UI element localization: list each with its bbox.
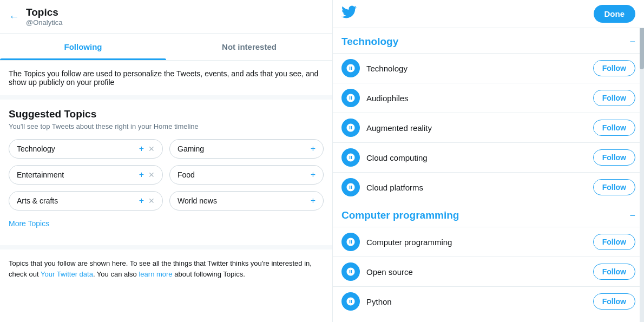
suggested-title: Suggested Topics <box>9 108 324 120</box>
account-handle: @Onalytica <box>26 18 62 27</box>
description-section: The Topics you follow are used to person… <box>0 61 332 100</box>
chip-plus-gaming[interactable]: + <box>311 144 316 154</box>
topic-icon-open-source <box>341 262 360 281</box>
category-section-computer-programming: Computer programming − Computer programm… <box>333 202 644 316</box>
topic-row-left-audiophiles: Audiophiles <box>341 89 409 107</box>
left-panel: ← Topics @Onalytica Following Not intere… <box>0 0 333 322</box>
suggested-section: Suggested Topics You'll see top Tweets a… <box>0 100 332 236</box>
topic-row-left-augmented-reality: Augmented reality <box>341 119 432 137</box>
topic-row-computer-programming: Computer programming Follow <box>333 227 644 257</box>
description-text: The Topics you follow are used to person… <box>9 69 318 87</box>
topic-icon-python <box>341 292 360 311</box>
topic-name-cloud-computing: Cloud computing <box>366 153 428 162</box>
topic-row-audiophiles: Audiophiles Follow <box>333 83 644 113</box>
footer-section: Topics that you follow are shown here. T… <box>0 245 332 288</box>
follow-button-python[interactable]: Follow <box>593 293 635 310</box>
topic-row-left-technology: Technology <box>341 59 408 77</box>
right-header: Done <box>333 0 644 28</box>
topic-icon-computer-programming <box>341 233 360 251</box>
header-title-block: Topics @Onalytica <box>26 6 62 27</box>
topic-name-technology: Technology <box>366 64 408 73</box>
topic-name-audiophiles: Audiophiles <box>366 94 409 103</box>
topic-row-left-python: Python <box>341 292 392 311</box>
topic-row-python: Python Follow <box>333 286 644 316</box>
topic-chip-entertainment: Entertainment + ✕ <box>9 165 163 185</box>
topic-name-open-source: Open source <box>366 267 413 277</box>
topic-icon-technology <box>341 59 360 77</box>
topic-row-left-computer-programming: Computer programming <box>341 233 452 251</box>
scrollbar <box>640 0 644 322</box>
footer-text-middle: . You can also <box>93 270 139 278</box>
back-button[interactable]: ← <box>9 10 19 23</box>
chip-actions-arts: + ✕ <box>139 196 155 206</box>
chip-plus-food[interactable]: + <box>311 170 316 180</box>
follow-button-cloud-computing[interactable]: Follow <box>593 149 635 166</box>
follow-button-audiophiles[interactable]: Follow <box>593 90 635 106</box>
suggested-subtitle: You'll see top Tweets about these right … <box>9 122 324 130</box>
topic-icon-augmented-reality <box>341 119 360 137</box>
follow-button-open-source[interactable]: Follow <box>593 264 635 280</box>
chip-actions-technology: + ✕ <box>139 144 155 154</box>
scrollbar-thumb[interactable] <box>640 26 644 69</box>
chip-plus-technology[interactable]: + <box>139 144 144 154</box>
chip-actions-gaming: + <box>311 144 316 154</box>
follow-button-augmented-reality[interactable]: Follow <box>593 120 635 136</box>
category-section-technology: Technology − Technology Follow Audiophil… <box>333 28 644 202</box>
topic-name-python: Python <box>366 297 392 306</box>
chip-x-arts[interactable]: ✕ <box>148 196 155 205</box>
chip-x-technology[interactable]: ✕ <box>148 144 155 153</box>
chip-label-gaming: Gaming <box>178 144 204 153</box>
right-panel: Done Technology − Technology Follow Audi… <box>333 0 644 322</box>
chip-label-entertainment: Entertainment <box>17 170 64 179</box>
chip-plus-arts[interactable]: + <box>139 196 144 206</box>
more-topics-link[interactable]: More Topics <box>9 219 324 228</box>
topic-row-left-cloud-platforms: Cloud platforms <box>341 178 423 196</box>
topic-row-left-cloud-computing: Cloud computing <box>341 148 428 167</box>
topic-icon-cloud-platforms <box>341 178 360 196</box>
tab-not-interested[interactable]: Not interested <box>166 34 332 60</box>
chip-plus-worldnews[interactable]: + <box>311 196 316 206</box>
footer-text-end: about following Topics. <box>173 270 245 278</box>
topic-row-augmented-reality: Augmented reality Follow <box>333 113 644 142</box>
topic-row-left-open-source: Open source <box>341 262 413 281</box>
done-button[interactable]: Done <box>594 5 636 23</box>
topic-row-open-source: Open source Follow <box>333 257 644 286</box>
page-title: Topics <box>26 6 62 18</box>
topic-name-cloud-platforms: Cloud platforms <box>366 183 423 192</box>
chip-actions-entertainment: + ✕ <box>139 170 155 180</box>
topic-row-cloud-platforms: Cloud platforms Follow <box>333 172 644 202</box>
category-title-technology: Technology <box>341 36 398 48</box>
tab-following[interactable]: Following <box>0 34 166 60</box>
topic-icon-cloud-computing <box>341 148 360 167</box>
collapse-technology-icon[interactable]: − <box>629 36 635 48</box>
tabs-container: Following Not interested <box>0 34 332 61</box>
topic-icon-audiophiles <box>341 89 360 107</box>
topic-chip-arts: Arts & crafts + ✕ <box>9 191 163 211</box>
topic-chip-technology: Technology + ✕ <box>9 139 163 159</box>
chip-label-arts: Arts & crafts <box>17 196 58 205</box>
category-header-computer-programming: Computer programming − <box>333 202 644 227</box>
chip-actions-worldnews: + <box>311 196 316 206</box>
footer-link-learn-more[interactable]: learn more <box>139 270 172 278</box>
chip-label-technology: Technology <box>17 144 55 153</box>
topics-grid: Technology + ✕ Gaming + Entertainment + … <box>9 139 324 211</box>
chip-actions-food: + <box>311 170 316 180</box>
category-header-technology: Technology − <box>333 28 644 53</box>
chip-label-worldnews: World news <box>178 196 217 205</box>
chip-x-entertainment[interactable]: ✕ <box>148 170 155 179</box>
topic-chip-worldnews: World news + <box>169 191 324 211</box>
chip-label-food: Food <box>178 170 195 179</box>
follow-button-cloud-platforms[interactable]: Follow <box>593 179 635 195</box>
footer-link-twitter-data[interactable]: Your Twitter data <box>41 270 93 278</box>
twitter-logo-icon <box>341 4 357 23</box>
topic-chip-food: Food + <box>169 165 324 185</box>
follow-button-computer-programming[interactable]: Follow <box>593 234 635 250</box>
follow-button-technology[interactable]: Follow <box>593 60 635 76</box>
chip-plus-entertainment[interactable]: + <box>139 170 144 180</box>
topic-row-technology: Technology Follow <box>333 53 644 83</box>
topic-name-augmented-reality: Augmented reality <box>366 123 432 133</box>
topic-name-computer-programming: Computer programming <box>366 238 452 247</box>
topic-chip-gaming: Gaming + <box>169 139 324 159</box>
collapse-computer-programming-icon[interactable]: − <box>629 210 635 221</box>
topic-row-cloud-computing: Cloud computing Follow <box>333 142 644 172</box>
